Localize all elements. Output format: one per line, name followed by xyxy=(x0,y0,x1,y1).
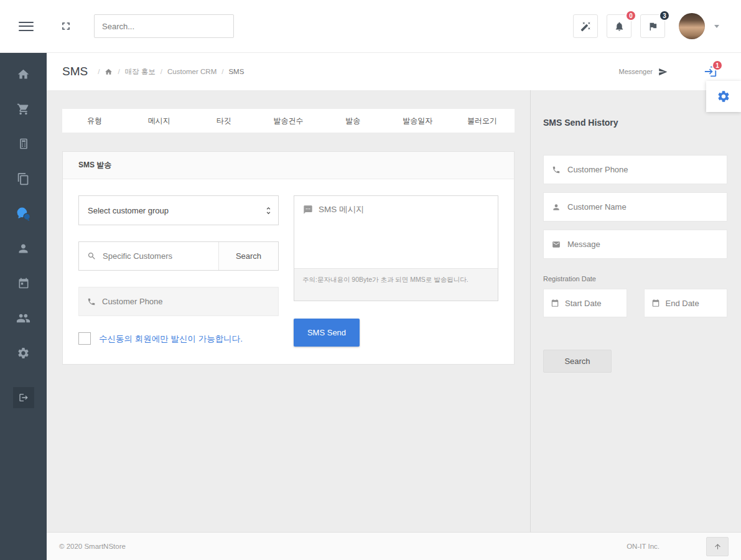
specific-customers-group: Search xyxy=(78,241,279,271)
calendar-icon xyxy=(551,299,559,307)
breadcrumb: / / 매장 홍보 / Customer CRM / SMS xyxy=(98,67,244,77)
column-send[interactable]: 발송 xyxy=(320,116,385,126)
sms-message-box: 주의:문자내용이 90Byte가 초과 되면 MMS로 발송됩니다. xyxy=(294,195,498,301)
fullscreen-icon[interactable] xyxy=(60,20,72,32)
home-crumb-icon[interactable] xyxy=(105,68,113,76)
column-send-date[interactable]: 발송일자 xyxy=(385,116,450,126)
column-send-count[interactable]: 발송건수 xyxy=(256,116,321,126)
avatar[interactable] xyxy=(679,13,705,39)
sidebar-item-documents[interactable] xyxy=(0,161,47,196)
sidebar-item-settings[interactable] xyxy=(0,335,47,370)
breadcrumb-item-customer-crm[interactable]: Customer CRM xyxy=(167,68,217,75)
specific-customers-input[interactable] xyxy=(103,251,218,261)
messenger-link[interactable]: Messenger xyxy=(619,68,653,75)
sidebar-item-logout[interactable] xyxy=(0,383,47,413)
calendar-icon xyxy=(651,299,660,307)
history-panel-title: SMS Send History xyxy=(543,118,727,128)
consent-checkbox[interactable] xyxy=(78,332,91,345)
breadcrumb-right-group: Messenger 1 xyxy=(619,65,717,78)
unfold-more-icon xyxy=(264,206,273,215)
history-customer-phone-input[interactable] xyxy=(567,165,719,174)
column-message[interactable]: 메시지 xyxy=(127,116,192,126)
signin-button[interactable]: 1 xyxy=(704,65,717,78)
flag-icon xyxy=(648,21,658,32)
sms-message-input[interactable] xyxy=(319,204,489,260)
settings-panel-toggle[interactable] xyxy=(706,81,741,112)
recipient-column: Select customer group Search xyxy=(78,195,279,347)
byte-notice: 주의:문자내용이 90Byte가 초과 되면 MMS로 발송됩니다. xyxy=(294,268,498,301)
sidebar-item-home[interactable] xyxy=(0,57,47,91)
chevron-down-icon[interactable] xyxy=(714,25,719,28)
breadcrumb-bar: SMS / / 매장 홍보 / Customer CRM / SMS Messe… xyxy=(47,53,741,90)
history-phone-field xyxy=(543,155,727,184)
breadcrumb-separator: / xyxy=(221,68,223,75)
breadcrumb-separator: / xyxy=(98,68,100,75)
sidebar-item-cart[interactable] xyxy=(0,91,47,126)
sms-message-input-area xyxy=(294,196,498,268)
phone-icon xyxy=(87,297,96,306)
users-icon xyxy=(16,311,30,325)
breadcrumb-separator: / xyxy=(161,68,162,75)
sms-send-form: Select customer group Search xyxy=(63,179,514,364)
copyright-text: © 2020 SmartNStore xyxy=(59,543,126,550)
notifications-button[interactable]: 0 xyxy=(607,14,631,38)
customer-phone-input[interactable] xyxy=(102,297,270,306)
card-title: SMS 발송 xyxy=(63,152,514,179)
page-title: SMS xyxy=(62,65,88,78)
flag-badge: 3 xyxy=(659,10,670,21)
column-type[interactable]: 유형 xyxy=(62,116,127,126)
navbar-right-group: 0 3 xyxy=(564,13,719,39)
sidebar-toggle-button[interactable] xyxy=(19,19,34,34)
sidebar-item-calculator[interactable] xyxy=(0,126,47,161)
magic-wand-button[interactable] xyxy=(573,14,598,38)
main-area: SMS / / 매장 홍보 / Customer CRM / SMS Messe… xyxy=(47,53,741,560)
sms-send-button[interactable]: SMS Send xyxy=(294,319,360,347)
customer-group-value: Select customer group xyxy=(88,206,169,215)
column-load[interactable]: 불러오기 xyxy=(450,116,515,126)
sms-history-panel: SMS Send History Registration Date xyxy=(530,90,741,532)
column-target[interactable]: 타깃 xyxy=(192,116,256,126)
home-icon xyxy=(17,68,30,81)
top-navbar: 0 3 xyxy=(0,0,741,53)
registration-date-label: Registration Date xyxy=(543,275,727,282)
logout-icon xyxy=(13,387,34,408)
chat-icon xyxy=(16,206,31,222)
customer-search-button[interactable]: Search xyxy=(218,242,278,270)
breadcrumb-item-store-promo[interactable]: 매장 홍보 xyxy=(125,67,156,77)
sms-table-header: 유형 메시지 타깃 발송건수 발송 발송일자 불러오기 xyxy=(62,109,515,133)
customer-phone-field xyxy=(78,287,279,316)
gear-icon xyxy=(17,347,30,360)
history-message-field xyxy=(543,230,727,259)
history-customer-name-input[interactable] xyxy=(567,202,719,212)
history-name-field xyxy=(543,192,727,222)
consent-label[interactable]: 수신동의 회원에만 발신이 가능합니다. xyxy=(99,334,243,343)
signin-badge: 1 xyxy=(712,60,723,71)
start-date-input[interactable] xyxy=(565,299,620,308)
sms-send-card: SMS 발송 Select customer group Search xyxy=(62,151,515,365)
breadcrumb-separator: / xyxy=(118,68,119,75)
history-message-input[interactable] xyxy=(567,240,719,249)
registration-date-row xyxy=(543,289,727,317)
phone-icon xyxy=(552,166,561,174)
consent-row: 수신동의 회원에만 발신이 가능합니다. xyxy=(78,332,279,346)
company-text: ON-IT Inc. xyxy=(627,543,659,550)
search-icon xyxy=(87,251,96,261)
scroll-top-button[interactable] xyxy=(706,537,729,556)
sidebar-item-customer[interactable] xyxy=(0,231,47,266)
sidebar-item-chat[interactable] xyxy=(0,196,47,231)
history-search-button[interactable]: Search xyxy=(543,350,612,373)
customer-group-select[interactable]: Select customer group xyxy=(78,195,279,225)
notifications-badge: 0 xyxy=(625,10,636,21)
envelope-icon xyxy=(552,240,561,249)
search-input[interactable] xyxy=(94,14,234,38)
flag-button[interactable]: 3 xyxy=(640,14,665,38)
message-column: 주의:문자내용이 90Byte가 초과 되면 MMS로 발송됩니다. SMS S… xyxy=(294,195,498,347)
messenger-send-icon[interactable] xyxy=(658,67,668,77)
bell-icon xyxy=(614,21,625,32)
sidebar-item-users[interactable] xyxy=(0,301,47,335)
end-date-input[interactable] xyxy=(666,299,720,308)
sidebar-item-calendar[interactable] xyxy=(0,266,47,301)
footer: © 2020 SmartNStore ON-IT Inc. xyxy=(47,532,741,560)
magic-wand-icon xyxy=(580,21,591,32)
documents-icon xyxy=(17,172,30,185)
